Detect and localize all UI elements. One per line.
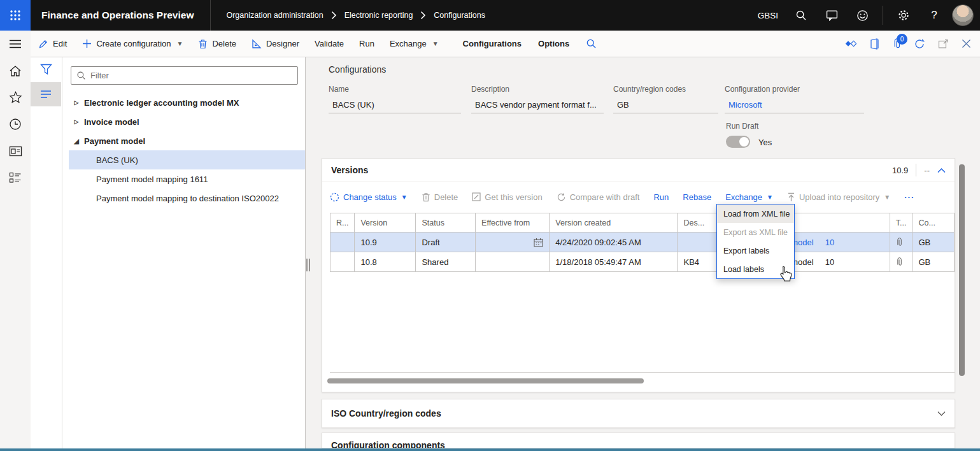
attachments-icon[interactable]: 0	[892, 38, 901, 50]
grid-bottom-border	[330, 372, 955, 373]
help-icon[interactable]: ?	[921, 3, 947, 28]
tree-node-payment-model[interactable]: ◢ Payment model	[69, 131, 305, 150]
modules-list-icon[interactable]	[0, 164, 31, 191]
app-launcher-icon[interactable]	[0, 0, 31, 31]
version-created-cell[interactable]: 4/24/2020 09:02:45 AM	[550, 233, 678, 252]
edit-button[interactable]: Edit	[38, 39, 67, 49]
delete-button[interactable]: Delete	[198, 39, 236, 49]
feedback-smiley-icon[interactable]	[849, 3, 875, 28]
version-cell[interactable]: 10.8	[355, 252, 416, 272]
exchange-version-button[interactable]: Exchange ▼	[725, 192, 773, 202]
get-this-version-button[interactable]: Get this version	[472, 192, 542, 202]
status-cell[interactable]: Draft	[416, 233, 476, 252]
row-marker-cell[interactable]	[330, 233, 355, 252]
base-version-link[interactable]: 10	[825, 238, 834, 247]
messages-icon[interactable]	[819, 3, 844, 28]
col-header-version-created[interactable]: Version created	[550, 213, 678, 233]
home-icon[interactable]	[0, 57, 31, 84]
col-header-country[interactable]: Co...	[913, 213, 955, 233]
configuration-provider-link[interactable]: Microsoft	[728, 100, 762, 110]
attachments-cell[interactable]	[890, 233, 913, 252]
breadcrumb-item-configurations[interactable]: Configurations	[434, 11, 485, 20]
filter-list-toggle[interactable]	[31, 82, 61, 106]
expand-chevron-down-icon[interactable]	[937, 411, 946, 417]
tree-node-payment-model-mapping-to-destination-iso20022[interactable]: Payment model mapping to destination ISO…	[69, 189, 305, 208]
name-value[interactable]: BACS (UK)	[332, 100, 374, 110]
tree-collapsed-icon[interactable]: ▷	[69, 118, 84, 125]
tree-node-electronic-ledger-accounting-model-mx[interactable]: ▷ Electronic ledger accounting model MX	[69, 93, 305, 112]
company-picker[interactable]: GBSI	[758, 11, 778, 20]
tree-node-invoice-model[interactable]: ▷ Invoice model	[69, 112, 305, 131]
refresh-icon[interactable]	[914, 38, 925, 50]
settings-gear-icon[interactable]	[891, 3, 916, 28]
vertical-scrollbar-thumb[interactable]	[959, 164, 965, 376]
divider	[916, 164, 916, 176]
version-row-10-8[interactable]: 10.8 Shared 1/18/2018 05:49:47 AM KB4 Pa…	[330, 252, 955, 272]
run-button[interactable]: Run	[359, 39, 374, 48]
col-header-effective-from[interactable]: Effective from	[476, 213, 550, 233]
run-version-button[interactable]: Run	[653, 192, 669, 202]
col-header-status[interactable]: Status	[416, 213, 476, 233]
panel-splitter-handle[interactable]	[306, 259, 311, 271]
close-icon[interactable]	[962, 39, 971, 48]
actionbar-search-icon[interactable]	[586, 38, 597, 49]
country-codes-value[interactable]: GB	[617, 100, 629, 110]
tree-expanded-icon[interactable]: ◢	[69, 138, 84, 145]
effective-from-cell[interactable]	[476, 252, 550, 272]
run-draft-toggle[interactable]	[726, 136, 750, 148]
versions-section-header: Versions 10.9 --	[322, 159, 955, 182]
validate-button[interactable]: Validate	[315, 39, 344, 48]
version-row-10-9[interactable]: 10.9 Draft 4/24/2020 09:02:45 AM Payment…	[330, 233, 955, 252]
show-hide-icon[interactable]	[845, 39, 856, 48]
version-created-cell[interactable]: 1/18/2018 05:49:47 AM	[550, 252, 678, 272]
recent-clock-icon[interactable]	[0, 111, 31, 138]
create-configuration-button[interactable]: Create configuration ▼	[82, 39, 183, 48]
versions-title[interactable]: Versions	[331, 165, 368, 175]
tree-collapsed-icon[interactable]: ▷	[69, 99, 84, 106]
exchange-menu-button[interactable]: Exchange ▼	[390, 39, 439, 48]
menu-item-load-from-xml-file[interactable]: Load from XML file	[717, 204, 794, 223]
attachments-cell[interactable]	[890, 252, 913, 272]
more-options-button[interactable]: ···	[904, 192, 914, 202]
tree-node-payment-model-mapping-1611[interactable]: Payment model mapping 1611	[69, 169, 305, 189]
iso-section-title[interactable]: ISO Country/region codes	[331, 408, 441, 419]
favorites-star-icon[interactable]	[0, 84, 31, 111]
col-header-r[interactable]: R...	[330, 213, 355, 233]
menu-item-load-labels[interactable]: Load labels	[717, 260, 794, 278]
country-cell[interactable]: GB	[913, 252, 955, 272]
configuration-components-section[interactable]: Configuration components	[322, 433, 955, 448]
open-in-office-icon[interactable]	[869, 38, 879, 50]
app-title[interactable]: Finance and Operations Preview	[41, 10, 194, 21]
tab-options[interactable]: Options	[538, 39, 569, 48]
tree-filter-input[interactable]	[71, 66, 298, 85]
user-avatar[interactable]	[952, 4, 974, 26]
delete-version-button[interactable]: Delete	[422, 192, 458, 202]
designer-button[interactable]: Designer	[252, 39, 299, 49]
breadcrumb-item-organization-administration[interactable]: Organization administration	[226, 11, 323, 20]
col-header-attachments[interactable]: T...	[890, 213, 913, 233]
workspaces-icon[interactable]	[0, 138, 31, 164]
upload-into-repository-button[interactable]: Upload into repository ▼	[787, 192, 890, 202]
status-cell[interactable]: Shared	[416, 252, 476, 272]
collapse-chevron-up-icon[interactable]	[937, 168, 946, 173]
calendar-icon[interactable]	[534, 238, 543, 247]
rebase-button[interactable]: Rebase	[683, 192, 711, 202]
effective-from-cell[interactable]	[476, 233, 550, 252]
menu-item-export-as-xml-file[interactable]: Export as XML file	[717, 223, 794, 241]
hamburger-menu-icon[interactable]	[0, 31, 31, 57]
tab-configurations[interactable]: Configurations	[463, 39, 522, 48]
breadcrumb-item-electronic-reporting[interactable]: Electronic reporting	[344, 11, 413, 20]
tree-node-bacs-uk[interactable]: BACS (UK)	[69, 150, 305, 169]
change-status-button[interactable]: Change status ▼	[330, 192, 408, 202]
compare-with-draft-button[interactable]: Compare with draft	[557, 192, 640, 202]
country-cell[interactable]: GB	[913, 233, 955, 252]
search-icon[interactable]	[788, 3, 814, 28]
menu-item-export-labels[interactable]: Export labels	[717, 241, 794, 260]
version-cell[interactable]: 10.9	[355, 233, 416, 252]
horizontal-scrollbar-thumb[interactable]	[327, 378, 644, 383]
description-value[interactable]: BACS vendor payment format f...	[475, 100, 597, 110]
open-in-new-window-icon[interactable]	[938, 39, 949, 49]
col-header-version[interactable]: Version	[355, 213, 416, 233]
row-marker-cell[interactable]	[330, 252, 355, 272]
filter-funnel-icon[interactable]	[31, 57, 62, 82]
